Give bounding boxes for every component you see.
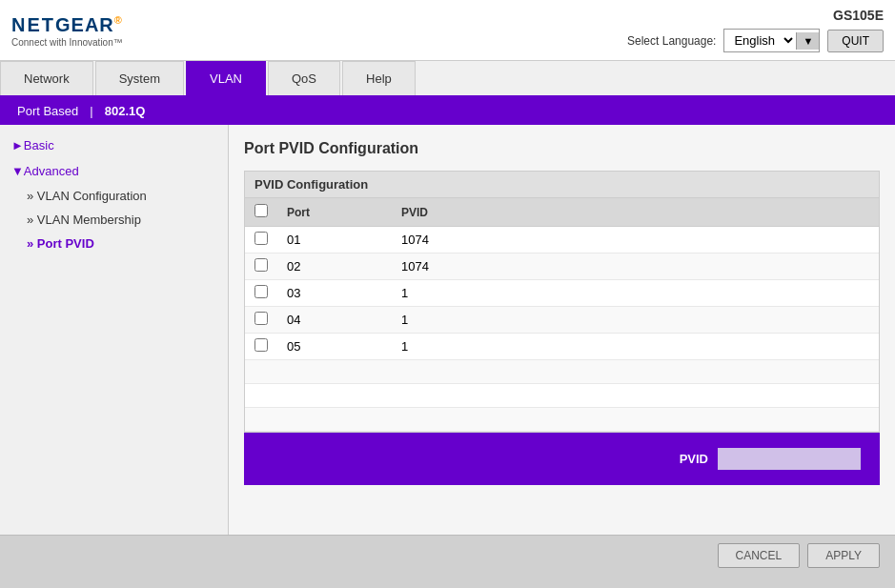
table-row: 05 1 [245, 334, 879, 360]
row-checkbox-02 [245, 253, 277, 280]
apply-button[interactable]: APPLY [807, 543, 880, 568]
pvid-table-body: 01 1074 02 1074 03 1 04 [245, 227, 879, 432]
logo: NETGEAR® [11, 12, 123, 37]
pvid-05: 1 [392, 334, 879, 360]
sidebar-item-vlan-membership[interactable]: » VLAN Membership [0, 208, 228, 232]
sidebar-item-port-pvid[interactable]: » Port PVID [0, 232, 228, 255]
tab-help[interactable]: Help [342, 61, 416, 95]
checkbox-02[interactable] [254, 258, 268, 272]
language-area: GS105E Select Language: English ▼ QUIT [627, 8, 884, 52]
sidebar-group-advanced[interactable]: ▼Advanced [0, 158, 228, 184]
cancel-button[interactable]: CANCEL [718, 543, 801, 568]
select-all-checkbox[interactable] [254, 204, 268, 217]
empty-row [245, 408, 879, 432]
pvid-section: PVID Configuration Port PVID 01 [244, 171, 880, 433]
header: NETGEAR® Connect with Innovation™ GS105E… [0, 0, 895, 61]
sub-nav-separator: | [86, 104, 96, 118]
pvid-03: 1 [392, 280, 879, 307]
tagline: Connect with Innovation™ [11, 37, 123, 48]
row-checkbox-03 [245, 280, 277, 307]
empty-row [245, 384, 879, 408]
tab-vlan[interactable]: VLAN [186, 61, 266, 95]
tab-network[interactable]: Network [0, 61, 93, 95]
pvid-04: 1 [392, 307, 879, 334]
language-select-wrap[interactable]: English ▼ [723, 29, 820, 52]
checkbox-05[interactable] [254, 338, 268, 352]
language-select[interactable]: English [724, 30, 796, 51]
col-pvid: PVID [392, 198, 879, 227]
col-checkbox [245, 198, 277, 227]
pvid-text-input[interactable] [718, 448, 861, 470]
col-port: Port [277, 198, 392, 227]
sub-nav: Port Based | 802.1Q [0, 97, 895, 125]
table-row: 03 1 [245, 280, 879, 307]
pvid-input-bar: PVID [244, 433, 880, 485]
row-checkbox-01 [245, 227, 277, 253]
pvid-input-label: PVID [680, 452, 708, 466]
lang-dropdown-icon: ▼ [796, 32, 819, 50]
row-checkbox-05 [245, 334, 277, 360]
sidebar-group-basic[interactable]: ►Basic [0, 132, 228, 158]
pvid-02: 1074 [392, 253, 879, 280]
pvid-section-header: PVID Configuration [245, 172, 879, 198]
port-01: 01 [277, 227, 392, 253]
sub-nav-8021q[interactable]: 802.1Q [97, 102, 153, 120]
port-02: 02 [277, 253, 392, 280]
table-row: 02 1074 [245, 253, 879, 280]
nav-tabs: Network System VLAN QoS Help [0, 61, 895, 97]
sidebar: ►Basic ▼Advanced » VLAN Configuration » … [0, 125, 229, 535]
action-bar: CANCEL APPLY [0, 535, 895, 576]
tab-system[interactable]: System [95, 61, 184, 95]
checkbox-04[interactable] [254, 312, 268, 325]
port-05: 05 [277, 334, 392, 360]
page-title: Port PVID Configuration [244, 140, 880, 157]
quit-button[interactable]: QUIT [827, 30, 884, 52]
logo-area: NETGEAR® Connect with Innovation™ [11, 12, 123, 48]
table-row: 04 1 [245, 307, 879, 334]
sub-nav-port-based[interactable]: Port Based [10, 102, 86, 120]
table-header-row: Port PVID [245, 198, 879, 227]
checkbox-01[interactable] [254, 232, 268, 245]
pvid-01: 1074 [392, 227, 879, 253]
port-04: 04 [277, 307, 392, 334]
port-03: 03 [277, 280, 392, 307]
pvid-input-row: PVID [680, 448, 861, 470]
table-row: 01 1074 [245, 227, 879, 253]
checkbox-03[interactable] [254, 285, 268, 298]
sidebar-item-vlan-config[interactable]: » VLAN Configuration [0, 184, 228, 208]
row-checkbox-04 [245, 307, 277, 334]
model-label: GS105E [833, 8, 884, 23]
content-area: Port PVID Configuration PVID Configurati… [229, 125, 895, 535]
tab-qos[interactable]: QoS [268, 61, 340, 95]
lang-label: Select Language: [627, 34, 716, 48]
empty-row [245, 360, 879, 384]
lang-row: Select Language: English ▼ QUIT [627, 29, 884, 52]
pvid-table: Port PVID 01 1074 02 1074 [245, 198, 879, 432]
main-content: ►Basic ▼Advanced » VLAN Configuration » … [0, 125, 895, 535]
